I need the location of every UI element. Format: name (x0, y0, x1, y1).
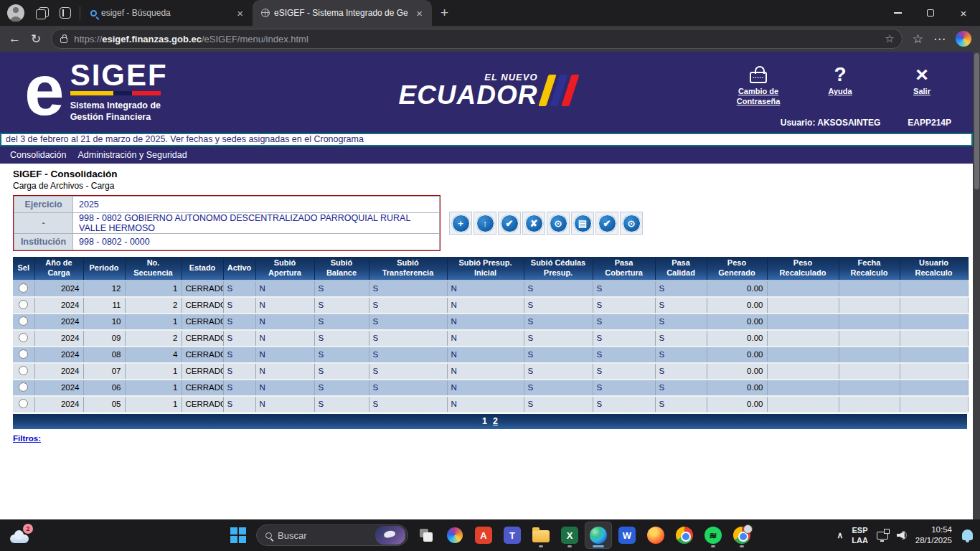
tab-actions-icon[interactable] (60, 7, 71, 19)
word-icon[interactable]: W (613, 522, 641, 549)
search-favicon-icon (90, 10, 97, 17)
chrome-icon[interactable] (671, 522, 698, 549)
tray-chevron-icon[interactable]: ∧ (837, 530, 843, 540)
clock[interactable]: 10:5428/1/2025 (915, 524, 952, 546)
adobe-acrobat-icon[interactable]: A (470, 522, 497, 549)
minimize-icon (894, 12, 902, 14)
teams-icon[interactable]: T (499, 522, 526, 549)
workspaces-icon[interactable] (36, 7, 48, 19)
settings-ellipsis-icon[interactable]: ⋯ (933, 32, 946, 47)
menu-item-administracion[interactable]: Administración y Seguridad (78, 150, 187, 160)
table-cell: S (223, 396, 255, 413)
row-select-radio[interactable] (19, 349, 28, 359)
global-search-button[interactable]: ⊙ (620, 212, 643, 235)
table-cell: 4 (125, 347, 182, 363)
column-header: Peso Generado (707, 257, 767, 281)
table-cell: S (314, 297, 369, 314)
filters-link[interactable]: Filtros: (13, 434, 41, 443)
help-button[interactable]: ? Ayuda (809, 59, 871, 107)
profile-avatar-icon[interactable] (7, 4, 24, 22)
language-indicator[interactable]: ESPLAA (852, 525, 868, 546)
row-select-radio[interactable] (19, 283, 28, 293)
table-cell (900, 297, 968, 314)
table-cell (839, 281, 900, 297)
weather-widget[interactable]: 2 (9, 524, 34, 547)
row-select-radio[interactable] (19, 316, 28, 326)
approve-check-button[interactable]: ✔ (595, 212, 618, 235)
chrome-profile-icon[interactable] (728, 522, 755, 549)
running-indicator (711, 545, 715, 547)
browser-viewport: e SIGEF Sistema Integrado deGestión Fina… (0, 52, 980, 519)
back-icon[interactable]: ← (9, 32, 21, 46)
table-cell: S (524, 330, 593, 347)
column-header: Activo (223, 257, 255, 281)
close-window-button[interactable]: × (947, 0, 980, 26)
bookmark-star-icon[interactable]: ☆ (885, 32, 894, 45)
print-button[interactable]: ▤ (571, 212, 594, 235)
table-cell: CERRADO (182, 330, 223, 347)
tab-close-icon[interactable]: × (414, 7, 425, 19)
table-cell (767, 363, 839, 380)
table-body: 2024121CERRADOSNSSNSSS0.002024112CERRADO… (13, 281, 968, 413)
favorites-bar-icon[interactable]: ☆ (913, 32, 923, 47)
delete-record-button[interactable]: ✘ (522, 212, 545, 235)
volume-control[interactable] (897, 531, 907, 540)
search-highlight-image (375, 526, 405, 545)
system-tray: ∧ ESPLAA 10:5428/1/2025 (837, 524, 973, 546)
minimize-button[interactable] (881, 0, 914, 26)
file-explorer-icon[interactable] (527, 522, 555, 549)
row-select-radio[interactable] (19, 333, 28, 342)
table-cell: S (524, 347, 593, 363)
excel-icon[interactable]: X (556, 522, 583, 549)
start-button[interactable] (225, 522, 252, 549)
tab-esigef-sistema[interactable]: eSIGEF - Sistema Integrado de Ge × (253, 0, 432, 26)
table-cell: S (524, 281, 593, 297)
row-select-radio[interactable] (19, 382, 28, 392)
table-cell: 1 (125, 380, 182, 396)
esigef-logo: e SIGEF Sistema Integrado deGestión Fina… (24, 62, 168, 123)
tab-close-icon[interactable]: × (235, 7, 245, 19)
row-select-radio[interactable] (19, 399, 28, 408)
table-cell: N (447, 380, 524, 396)
row-select-radio[interactable] (19, 366, 28, 375)
maximize-button[interactable] (914, 0, 947, 26)
new-file-button[interactable]: + (449, 212, 472, 235)
network-icon[interactable] (877, 532, 888, 540)
running-indicator (593, 545, 604, 547)
table-cell: CERRADO (182, 314, 223, 330)
spotify-icon: ≋ (705, 527, 722, 544)
preview-search-button[interactable]: ⊙ (547, 212, 570, 235)
table-cell: S (223, 380, 255, 396)
refresh-icon[interactable]: ↻ (31, 32, 41, 47)
carga-table: SelAño de CargaPeriodoNo. SecuenciaEstad… (13, 257, 969, 413)
table-cell (900, 330, 968, 347)
new-tab-button[interactable]: + (432, 5, 457, 21)
page-number-current[interactable]: 1 (482, 416, 487, 426)
table-cell: 09 (83, 330, 125, 347)
task-view-icon[interactable] (413, 522, 440, 549)
firefox-icon[interactable] (642, 522, 669, 549)
page-scrollbar[interactable] (973, 52, 980, 519)
change-password-button[interactable]: ••••• Cambio de Contraseña (727, 59, 789, 107)
save-upload-button[interactable]: ↑ (473, 212, 496, 235)
notification-bell-icon[interactable] (962, 530, 973, 541)
globe-favicon-icon (261, 9, 270, 17)
running-indicator (567, 545, 572, 547)
validate-form-button[interactable]: ✔ (498, 212, 521, 235)
table-cell: S (314, 347, 369, 363)
copilot-icon[interactable] (441, 522, 468, 549)
tab-esigef-busqueda[interactable]: esigef - Búsqueda × (82, 0, 253, 26)
edge-icon[interactable] (585, 522, 612, 549)
copilot-icon[interactable] (956, 31, 971, 47)
page-number-link[interactable]: 2 (493, 416, 498, 426)
scrollbar-thumb[interactable] (974, 53, 979, 189)
table-cell: 0.00 (707, 297, 767, 314)
row-select-radio[interactable] (19, 300, 28, 309)
taskbar-search[interactable]: Buscar (256, 524, 408, 546)
spotify-icon[interactable]: ≋ (699, 522, 727, 549)
logout-button[interactable]: × Salir (891, 59, 953, 107)
menu-item-consolidacion[interactable]: Consolidación (10, 150, 67, 160)
table-cell: 2024 (34, 281, 83, 297)
address-bar[interactable]: https://esigef.finanzas.gob.ec/eSIGEF/me… (51, 29, 903, 49)
table-cell (767, 281, 839, 297)
